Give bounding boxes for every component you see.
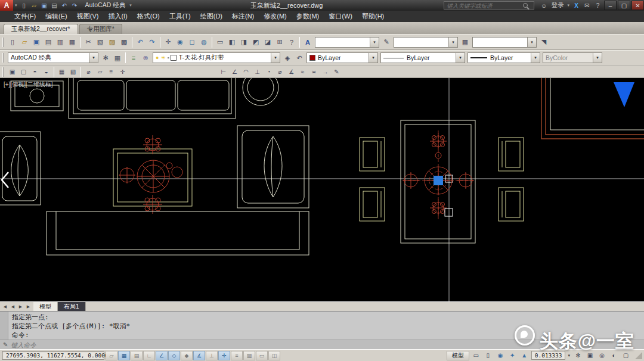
show-transparency-icon[interactable]: ▨	[243, 351, 255, 360]
draw-order-front-icon[interactable]: ▣	[7, 67, 18, 77]
command-input[interactable]	[11, 341, 249, 348]
draw-order-below-icon[interactable]: ◒	[41, 67, 52, 77]
next-tab-icon[interactable]: ▶	[17, 304, 24, 309]
dynamic-input-icon[interactable]: ✛	[218, 351, 230, 360]
menu-help[interactable]: 帮助(H)	[357, 11, 389, 22]
close-button[interactable]: ✕	[631, 1, 644, 10]
text-style-icon[interactable]: A	[302, 36, 314, 48]
help-icon[interactable]: ?	[286, 36, 298, 48]
snap-mode-icon[interactable]: ▦	[118, 351, 130, 360]
zoom-previous-icon[interactable]: ◍	[198, 36, 210, 48]
annotation-visibility-icon[interactable]: ◉	[495, 351, 506, 360]
prev-tab-icon[interactable]: ◀	[9, 304, 17, 309]
menu-edit[interactable]: 编辑(E)	[41, 11, 72, 22]
tool-palettes-icon[interactable]: ◨	[238, 36, 250, 48]
search-icon[interactable]	[523, 3, 528, 8]
dimension-style-combo[interactable]	[394, 37, 458, 48]
menu-window[interactable]: 窗口(W)	[324, 11, 357, 22]
exchange-apps-icon[interactable]: X	[571, 1, 581, 10]
layer-properties-icon[interactable]: ≡	[128, 52, 140, 64]
plot-icon[interactable]: ▤	[49, 1, 60, 10]
id-point-icon[interactable]: ✛	[117, 67, 128, 77]
tab-model[interactable]: 模型	[33, 302, 58, 311]
menu-parametric[interactable]: 参数(M)	[292, 11, 324, 22]
area-icon[interactable]: ▱	[94, 67, 106, 77]
markup-icon[interactable]: ◪	[262, 36, 274, 48]
toolbar-grip[interactable]	[2, 53, 5, 63]
tab-layout1[interactable]: 布局1	[58, 302, 86, 311]
undo-icon[interactable]: ↶	[60, 1, 70, 10]
dim-linear-icon[interactable]: ⊢	[218, 67, 229, 77]
text-style-combo[interactable]	[315, 37, 379, 48]
workspace-combo[interactable]: AutoCAD 经典	[8, 52, 98, 63]
dim-arc-length-icon[interactable]: ◠	[240, 67, 252, 77]
quick-calc-icon[interactable]: ⊞	[274, 36, 286, 48]
redo-icon[interactable]: ↷	[70, 1, 80, 10]
qnew-icon[interactable]: ▯	[7, 36, 18, 48]
design-center-icon[interactable]: ◧	[226, 36, 238, 48]
dynamic-ucs-icon[interactable]: ⊥	[206, 351, 218, 360]
dim-quick-icon[interactable]: ≈	[297, 67, 308, 77]
polar-tracking-icon[interactable]: ∠	[156, 351, 168, 360]
restore-button[interactable]: ▢	[618, 1, 630, 10]
layer-freeze-sun-icon[interactable]: ☀	[160, 55, 165, 61]
color-combo[interactable]: ByLayer	[306, 52, 378, 63]
draw-order-back-icon[interactable]: ▢	[18, 67, 29, 77]
model-space-button[interactable]: 模型	[447, 351, 469, 360]
toolbar-grip[interactable]	[2, 67, 5, 77]
grid-display-icon[interactable]: ▤	[131, 351, 143, 360]
show-lineweight-icon[interactable]: ≡	[231, 351, 243, 360]
plot-icon[interactable]: ▤	[42, 36, 54, 48]
pan-icon[interactable]: ✛	[162, 36, 174, 48]
dim-style-edit-icon[interactable]: ✎	[331, 67, 342, 77]
quick-properties-icon[interactable]: ▭	[256, 351, 268, 360]
layer-lock-icon[interactable]: ▪	[168, 55, 169, 61]
copy-icon[interactable]: ▧	[94, 36, 106, 48]
object-snap-tracking-icon[interactable]: ∡	[193, 351, 205, 360]
app-menu-caret-icon[interactable]: ▾	[14, 3, 18, 8]
menu-file[interactable]: 文件(F)	[10, 11, 41, 22]
dim-diameter-icon[interactable]: ⌀	[274, 67, 286, 77]
stay-connected-icon[interactable]: ✉	[582, 1, 592, 10]
sign-in-label[interactable]: 登录	[549, 1, 565, 10]
infer-constraints-icon[interactable]: ▱	[106, 351, 117, 360]
match-properties-icon[interactable]: ▩	[118, 36, 130, 48]
toolbar-grip[interactable]	[2, 38, 5, 47]
paste-icon[interactable]: ▨	[106, 36, 118, 48]
save-icon[interactable]: ▣	[39, 1, 49, 10]
autocad-logo-icon[interactable]: A	[0, 0, 13, 11]
search-input[interactable]	[447, 2, 523, 9]
properties-icon[interactable]: ▭	[214, 36, 226, 48]
zoom-realtime-icon[interactable]: ◉	[174, 36, 186, 48]
pan-left-chevron-icon[interactable]	[2, 172, 8, 188]
lineweight-combo[interactable]: ByLayer	[467, 52, 540, 63]
drawing-viewport[interactable]: [+][俯视][二维线框]	[0, 78, 644, 301]
cad-canvas[interactable]	[0, 78, 644, 301]
doc-tab-inactive[interactable]: 专用图库*	[79, 24, 122, 34]
viewport-controls-label[interactable]: [+][俯视][二维线框]	[4, 80, 53, 89]
object-snap-icon[interactable]: ◇	[168, 351, 180, 360]
menu-dimension[interactable]: 标注(N)	[227, 11, 259, 22]
list-icon[interactable]: ≡	[106, 67, 117, 77]
coordinates-display[interactable]: 27695.3903, 11627.5554, 0.0000	[2, 351, 104, 360]
qnew-icon[interactable]: ▯	[19, 1, 29, 10]
last-tab-icon[interactable]: ▶	[24, 304, 32, 309]
sheet-set-manager-icon[interactable]: ◩	[250, 36, 262, 48]
sign-in-caret-icon[interactable]: ▾	[566, 3, 571, 8]
undo-icon[interactable]: ↶	[134, 36, 146, 48]
plot-preview-icon[interactable]: ▥	[54, 36, 66, 48]
table-style-icon[interactable]: ▦	[459, 36, 471, 48]
save-icon[interactable]: ▣	[30, 36, 42, 48]
minimize-button[interactable]: –	[604, 1, 617, 10]
menu-view[interactable]: 视图(V)	[72, 11, 104, 22]
selection-cycling-icon[interactable]: ◫	[268, 351, 280, 360]
linetype-combo[interactable]: ByLayer	[380, 52, 465, 63]
search-box[interactable]	[444, 1, 534, 10]
dim-baseline-icon[interactable]: ≍	[308, 67, 320, 77]
cut-icon[interactable]: ✂	[82, 36, 94, 48]
ortho-mode-icon[interactable]: ∟	[143, 351, 155, 360]
multileader-style-icon[interactable]: ◥	[538, 36, 550, 48]
draw-order-above-icon[interactable]: ◓	[29, 67, 41, 77]
dim-aligned-icon[interactable]: ∠	[229, 67, 240, 77]
table-style-combo[interactable]	[472, 37, 537, 48]
